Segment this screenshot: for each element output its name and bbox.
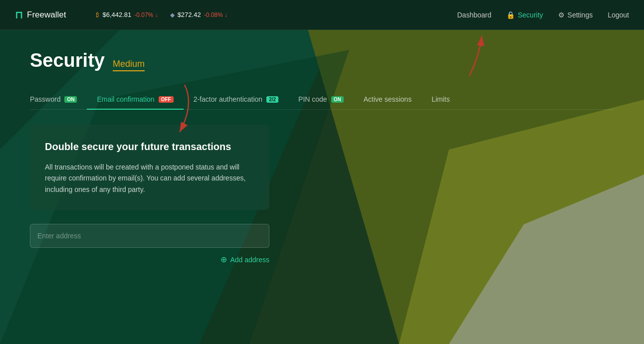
btc-icon: ₿ bbox=[96, 11, 99, 18]
eth-icon: ◆ bbox=[170, 11, 175, 18]
btc-value: $6,442.81 bbox=[102, 11, 131, 18]
page-title-row: Security Medium bbox=[30, 50, 614, 71]
tab-2fa[interactable]: 2-factor authentication 2/2 bbox=[184, 89, 288, 109]
brand-logo[interactable]: ⊓ Freewallet bbox=[15, 9, 66, 21]
add-address-label: Add address bbox=[230, 256, 269, 264]
gear-icon: ⚙ bbox=[558, 11, 565, 19]
add-address-row: ⊕ Add address bbox=[30, 255, 269, 264]
nav-logout[interactable]: Logout bbox=[608, 11, 629, 19]
nav-settings-link[interactable]: ⚙ Settings bbox=[558, 11, 593, 19]
lock-icon: 🔒 bbox=[506, 11, 515, 19]
btc-change: -0.07% ↓ bbox=[134, 11, 158, 18]
card-title: Double secure your future transactions bbox=[45, 140, 254, 154]
2fa-badge: 2/2 bbox=[266, 96, 278, 103]
main-content: Security Medium Password ON Email confir… bbox=[0, 30, 644, 264]
info-card: Double secure your future transactions A… bbox=[30, 125, 269, 210]
tab-active-sessions[interactable]: Active sessions bbox=[354, 89, 422, 109]
address-input-wrap bbox=[30, 224, 269, 248]
nav-dashboard[interactable]: Dashboard bbox=[457, 11, 492, 19]
tab-pin-code[interactable]: PIN code ON bbox=[288, 89, 354, 109]
password-badge: ON bbox=[64, 96, 77, 103]
eth-change: -0.08% ↓ bbox=[204, 11, 227, 18]
eth-ticker: ◆ $272.42 -0.08% ↓ bbox=[170, 11, 227, 18]
address-input[interactable] bbox=[37, 232, 262, 240]
ticker-area: ₿ $6,442.81 -0.07% ↓ ◆ $272.42 -0.08% ↓ bbox=[96, 11, 457, 18]
brand-icon: ⊓ bbox=[15, 9, 23, 21]
eth-value: $272.42 bbox=[178, 11, 201, 18]
add-address-button[interactable]: ⊕ Add address bbox=[220, 255, 269, 264]
nav-links: Dashboard 🔒 Security ⚙ Settings Logout bbox=[457, 11, 630, 19]
security-level-badge: Medium bbox=[113, 59, 145, 71]
brand-name: Freewallet bbox=[27, 10, 66, 20]
nav-security[interactable]: 🔒 Security bbox=[506, 11, 543, 19]
page-title: Security bbox=[30, 50, 105, 71]
tabs-row: Password ON Email confirmation OFF 2-fac… bbox=[30, 89, 614, 110]
btc-ticker: ₿ $6,442.81 -0.07% ↓ bbox=[96, 11, 158, 18]
navbar: ⊓ Freewallet ₿ $6,442.81 -0.07% ↓ ◆ $272… bbox=[0, 0, 644, 30]
tab-email-confirmation[interactable]: Email confirmation OFF bbox=[87, 89, 183, 109]
card-description: All transactions will be created with a … bbox=[45, 162, 254, 195]
add-icon: ⊕ bbox=[220, 255, 227, 264]
tab-limits[interactable]: Limits bbox=[422, 89, 460, 109]
email-confirmation-badge: OFF bbox=[159, 96, 174, 103]
pin-badge: ON bbox=[331, 96, 344, 103]
tab-password[interactable]: Password ON bbox=[30, 89, 87, 109]
